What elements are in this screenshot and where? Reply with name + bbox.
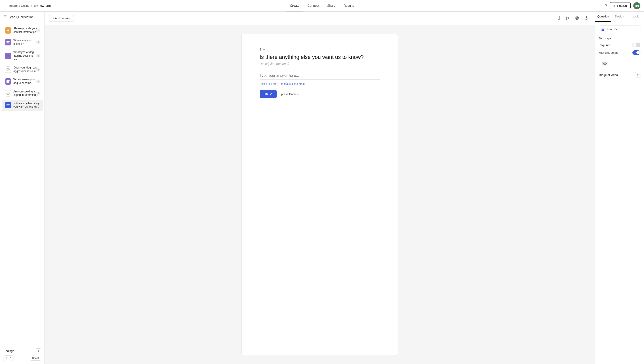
nav-tab-share[interactable]: Share [323,0,340,12]
svg-rect-30 [602,28,605,29]
type-selector-left: Long Text [602,28,620,31]
mobile-view-button[interactable] [554,14,562,22]
press-enter-text: press Enter ↵ [281,92,300,96]
image-video-row: Image or video + [598,69,640,80]
shift-suffix: + Enter ↵ to make a line break [269,82,306,86]
panel-tab-logic[interactable]: Logic [628,12,644,22]
svg-rect-2 [6,42,9,43]
type-label: Long Text [607,28,620,31]
nav-tabs: Create Connect Share Results [286,0,358,12]
svg-rect-16 [6,106,9,106]
svg-marker-22 [567,17,570,20]
item-badge-5 [5,78,11,85]
play-icon: ▷ [614,4,616,8]
endings-item-label: A [10,356,12,360]
svg-point-24 [576,18,578,19]
svg-point-21 [558,19,558,20]
svg-line-13 [7,92,9,94]
svg-rect-1 [6,41,10,42]
item-4-number: 4 [36,68,40,71]
settings-title: Settings [598,37,640,40]
sidebar-item-1[interactable]: Please provide your contact information … [2,25,43,36]
shift-label: Shift [260,82,266,86]
svg-rect-17 [6,357,6,359]
max-chars-input[interactable] [598,60,640,67]
sidebar-header: ☰ Lead Qualification [0,12,44,22]
max-chars-toggle[interactable] [632,50,640,55]
endings-range: 0 to 0 [30,356,41,361]
item-4-text: Does your dog have aggression issues? [14,66,40,73]
item-2-text: Where are you located? [14,39,40,46]
target-button[interactable] [573,14,581,22]
svg-rect-18 [7,357,8,359]
toolbar: + Add content [45,12,595,25]
sidebar-item-4[interactable]: Does your dog have aggression issues? 4 [2,64,43,75]
item-badge-7 [5,102,11,108]
publish-label: Publish [617,4,627,8]
content-area: + Add content 7 → Is ther [45,12,595,364]
sidebar-item-7[interactable]: Is there anything else you want us to kn… [2,100,43,111]
max-chars-setting: Max characters [598,50,640,55]
item-5-number: 5 [36,80,40,83]
svg-rect-14 [6,104,10,105]
item-badge-3 [5,53,11,59]
svg-rect-9 [6,80,10,81]
image-video-add-button[interactable]: + [635,72,640,77]
breadcrumb-separator: › [31,4,32,8]
endings-header: Endings + [4,348,41,353]
sidebar-items: Please provide your contact information … [0,22,44,345]
type-selector[interactable]: Long Text ⌄ [598,26,640,33]
item-badge-2 [5,39,11,46]
nav-actions: ? ▷ Publish RH [605,2,640,10]
add-content-button[interactable]: + Add content [49,15,74,22]
required-label: Required [598,43,610,47]
preview-button[interactable] [564,14,572,22]
grid-icon: ⊞ [4,4,6,8]
avatar[interactable]: RH [633,2,640,10]
svg-rect-15 [6,105,9,105]
publish-button[interactable]: ▷ Publish [610,2,630,9]
add-content-label: + Add content [52,17,70,20]
answer-input[interactable] [260,72,380,80]
sidebar-item-6[interactable]: Are you seeking an expert in reforming..… [2,88,43,99]
item-1-number: 1 [36,29,40,32]
panel-tabs: Question Design Logic [595,12,644,22]
sidebar-item-3[interactable]: What type of dog training sessions are..… [2,48,43,63]
sidebar-item-2[interactable]: Where are you located? 2 [2,37,43,48]
question-desc: Description (optional) [260,62,380,66]
panel-section-type: Long Text ⌄ Settings Required Max charac… [595,22,644,84]
endings-badge[interactable]: A [4,355,14,361]
breadcrumb-current[interactable]: My new form [34,4,50,8]
help-icon[interactable]: ? [605,3,607,8]
svg-rect-19 [8,357,8,359]
svg-rect-3 [6,43,9,43]
panel-tab-question[interactable]: Question [595,12,611,22]
add-ending-button[interactable]: + [36,348,41,353]
required-toggle[interactable] [632,43,640,47]
nav-tab-results[interactable]: Results [340,0,358,12]
item-7-number: 7 [36,104,40,107]
sidebar-item-5[interactable]: What causes your dog to become... 5 [2,76,43,87]
nav-tab-create[interactable]: Create [286,0,304,12]
top-nav: ⊞ Rebrand testing › My new form Create C… [0,0,644,12]
ok-label: OK [264,92,268,96]
svg-line-8 [7,69,9,71]
item-6-number: 6 [36,92,40,95]
svg-rect-4 [6,55,10,55]
svg-rect-31 [602,29,604,30]
item-5-text: What causes your dog to become... [14,78,40,85]
settings-button[interactable] [583,14,590,22]
breadcrumb-parent[interactable]: Rebrand testing [9,4,30,8]
ok-button[interactable]: OK ✓ [260,90,276,98]
question-title: Is there anything else you want us to kn… [260,54,380,60]
sidebar-endings: Endings + A 0 to 0 [0,345,44,364]
svg-rect-5 [6,56,9,56]
item-2-number: 2 [36,41,40,44]
nav-tab-connect[interactable]: Connect [304,0,323,12]
item-badge-6 [5,90,11,96]
max-chars-label: Max characters [598,51,618,54]
panel-tab-design[interactable]: Design [611,12,628,22]
item-3-text: What type of dog training sessions are..… [14,51,40,61]
form-card: 7 → Is there anything else you want us t… [242,34,398,355]
sidebar-header-title: Lead Qualification [8,15,34,19]
